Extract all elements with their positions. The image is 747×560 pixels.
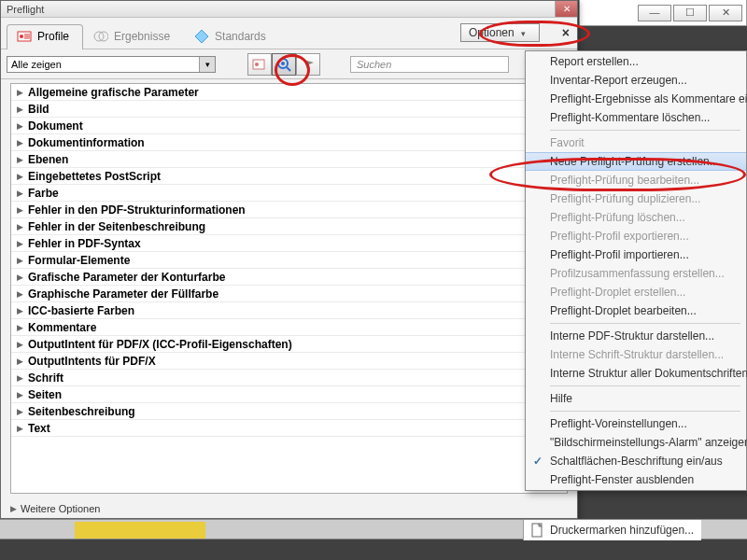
svg-point-9 (281, 62, 285, 65)
menu-item[interactable]: Inventar-Report erzeugen... (526, 71, 746, 90)
tree-label: OutputIntents für PDF/X (28, 353, 156, 370)
tree-label: Allgemeine grafische Parameter (28, 84, 199, 101)
category-tree[interactable]: ▶Allgemeine grafische Parameter▶Bild▶Dok… (10, 83, 568, 494)
chevron-right-icon: ▶ (17, 252, 23, 269)
tab-label: Standards (215, 30, 266, 43)
menu-item: Preflight-Prüfung löschen... (526, 208, 746, 227)
tree-row[interactable]: ▶Formular-Elemente (11, 252, 567, 269)
chevron-right-icon: ▶ (17, 218, 23, 235)
tab-standards[interactable]: Standards (184, 24, 280, 49)
tree-row[interactable]: ▶OutputIntent für PDF/X (ICC-Profil-Eige… (11, 336, 567, 353)
tree-label: Graphische Parameter der Füllfarbe (28, 286, 218, 302)
chevron-right-icon: ▶ (17, 269, 23, 286)
tree-label: Kommentare (28, 319, 96, 336)
chevron-right-icon: ▶ (17, 370, 23, 386)
tree-label: Farbe (28, 185, 59, 202)
tree-row[interactable]: ▶Kommentare (11, 319, 567, 336)
tree-row[interactable]: ▶Fehler in der Seitenbeschreibung (11, 218, 567, 235)
menu-item: Preflight-Droplet erstellen... (526, 283, 746, 301)
tab-ergebnisse[interactable]: Ergebnisse (83, 24, 184, 49)
menu-item[interactable]: Hilfe (526, 389, 746, 408)
tree-row[interactable]: ▶ICC-basierte Farben (11, 302, 567, 319)
menu-item[interactable]: "Bildschirmeinstellungs-Alarm" anzeigen (526, 433, 746, 452)
tree-label: Fehler in PDF-Syntax (28, 235, 141, 252)
chevron-right-icon: ▶ (17, 336, 23, 353)
tree-row[interactable]: ▶OutputIntents für PDF/X (11, 353, 567, 370)
menu-item[interactable]: Preflight-Profil importieren... (526, 245, 746, 264)
chevron-right-icon: ▶ (17, 118, 23, 134)
menu-item[interactable]: Report erstellen... (526, 52, 746, 71)
tree-label: Text (28, 420, 50, 437)
tree-label: ICC-basierte Farben (28, 302, 134, 319)
tree-label: Fehler in der Seitenbeschreibung (28, 218, 205, 235)
chevron-right-icon: ▶ (10, 504, 17, 513)
options-label: Optionen (469, 26, 514, 39)
menu-item[interactable]: Interne PDF-Struktur darstellen... (526, 327, 746, 345)
tree-row[interactable]: ▶Text (11, 420, 567, 437)
menu-item[interactable]: Neue Preflight-Prüfung erstellen... (526, 152, 746, 171)
menu-separator (550, 130, 740, 131)
menu-item: Profilzusammenfassung erstellen... (526, 264, 746, 283)
tabbar: Profile Ergebnisse Standards Optionen × (1, 18, 577, 49)
menu-separator (550, 323, 740, 324)
menu-item[interactable]: Preflight-Ergebnisse als Kommentare einf… (526, 90, 746, 108)
tree-row[interactable]: ▶Bild (11, 101, 567, 118)
chevron-right-icon: ▶ (17, 353, 23, 370)
standards-icon (194, 29, 209, 44)
footer-more-options[interactable]: ▶ Weitere Optionen (10, 503, 100, 514)
filter-bar: Alle zeigen Suchen (1, 49, 577, 79)
chevron-right-icon: ▶ (17, 202, 23, 218)
tab-profile[interactable]: Profile (7, 24, 83, 49)
chevron-right-icon: ▶ (17, 185, 23, 202)
window-title: Preflight (7, 1, 44, 17)
tool-btn-3[interactable] (296, 53, 320, 76)
menu-item[interactable]: Preflight-Voreinstellungen... (526, 414, 746, 433)
menu-item[interactable]: Preflight-Fenster ausblenden (526, 470, 746, 489)
menu-item: Preflight-Profil exportieren... (526, 227, 746, 245)
tree-row[interactable]: ▶Grafische Parameter der Konturfarbe (11, 269, 567, 286)
options-dropdown-button[interactable]: Optionen (460, 23, 540, 42)
tree-label: OutputIntent für PDF/X (ICC-Profil-Eigen… (28, 336, 292, 353)
tool-group (247, 53, 320, 76)
minimize-button[interactable]: — (638, 5, 671, 21)
menu-separator (550, 385, 740, 386)
close-button[interactable]: ✕ (709, 5, 742, 21)
tool-btn-1[interactable] (247, 53, 272, 76)
tabbar-close-icon[interactable]: × (562, 25, 570, 40)
menu-item[interactable]: Schaltflächen-Beschriftung ein/aus (526, 452, 746, 470)
tree-row[interactable]: ▶Schrift (11, 370, 567, 386)
search-input[interactable]: Suchen (350, 56, 509, 73)
tree-row[interactable]: ▶Seitenbeschreibung (11, 403, 567, 420)
chevron-right-icon: ▶ (17, 420, 23, 437)
svg-line-8 (287, 67, 290, 71)
tree-row[interactable]: ▶Dokument (11, 118, 567, 134)
chevron-right-icon: ▶ (17, 151, 23, 168)
tree-row[interactable]: ▶Fehler in den PDF-Strukturinformationen (11, 202, 567, 218)
maximize-button[interactable]: ☐ (673, 5, 707, 21)
preflight-panel: Preflight ✕ Profile Ergebnisse Standards… (0, 0, 578, 519)
svg-point-1 (20, 35, 23, 38)
filter-combo[interactable]: Alle zeigen (7, 56, 216, 73)
tree-label: Seitenbeschreibung (28, 403, 135, 420)
bottom-tool-menu[interactable]: Druckermarken hinzufügen... (523, 520, 701, 540)
tree-row[interactable]: ▶Dokumentinformation (11, 134, 567, 151)
tree-row[interactable]: ▶Allgemeine grafische Parameter (11, 84, 567, 101)
menu-separator (550, 411, 740, 412)
footer-label: Weitere Optionen (21, 503, 100, 514)
tab-label: Ergebnisse (114, 30, 170, 43)
tree-row[interactable]: ▶Fehler in PDF-Syntax (11, 235, 567, 252)
search-placeholder: Suchen (357, 59, 391, 70)
menu-item[interactable]: Interne Struktur aller Dokumentschriften… (526, 364, 746, 383)
menu-item[interactable]: Preflight-Droplet bearbeiten... (526, 301, 746, 320)
tree-row[interactable]: ▶Ebenen (11, 151, 567, 168)
panel-close-button[interactable]: ✕ (555, 1, 577, 17)
tree-row[interactable]: ▶Seiten (11, 386, 567, 403)
tree-row[interactable]: ▶Eingebettetes PostScript (11, 168, 567, 185)
tool-btn-2[interactable] (272, 53, 296, 76)
menu-item[interactable]: Preflight-Kommentare löschen... (526, 108, 746, 127)
chevron-right-icon: ▶ (17, 286, 23, 302)
tree-row[interactable]: ▶Farbe (11, 185, 567, 202)
tree-label: Dokumentinformation (28, 134, 145, 151)
tree-row[interactable]: ▶Graphische Parameter der Füllfarbe (11, 286, 567, 302)
svg-point-6 (255, 63, 259, 66)
